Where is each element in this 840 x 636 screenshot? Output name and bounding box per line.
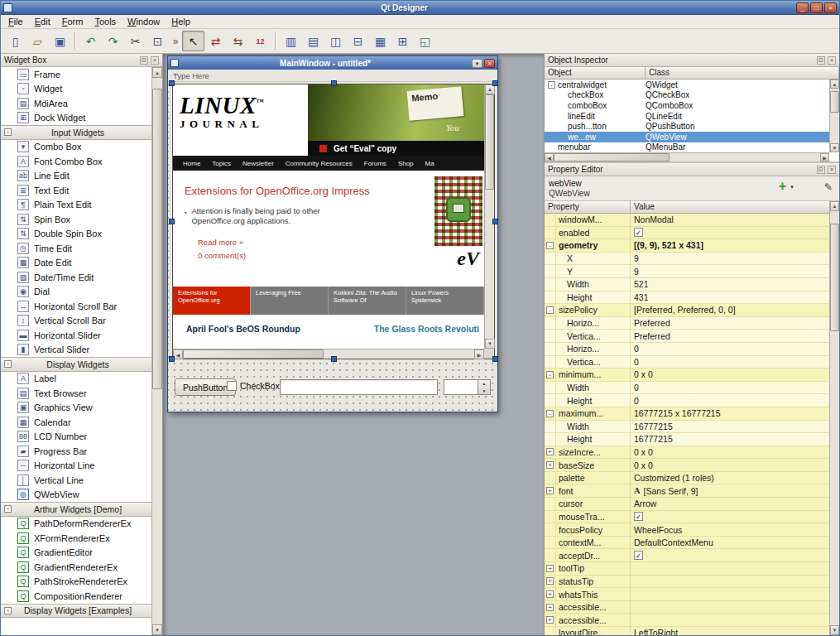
property-row-basesize[interactable]: +baseSize0 x 0 xyxy=(545,459,829,472)
property-value[interactable]: 16777215 xyxy=(631,421,829,433)
property-value[interactable]: 0 xyxy=(631,394,829,407)
teaser-leveraging-free[interactable]: Leveraging Free xyxy=(251,287,329,315)
close-button[interactable]: × xyxy=(824,2,837,13)
float-panel-icon[interactable]: ⊡ xyxy=(817,56,825,65)
form-close-button[interactable]: × xyxy=(484,59,495,68)
property-value[interactable]: 521 xyxy=(631,278,829,291)
scroll-down-icon[interactable]: ▼ xyxy=(830,625,839,635)
widget-category-arthur-widgets-demo[interactable]: -Arthur Widgets [Demo] xyxy=(1,502,151,517)
expander-icon[interactable]: - xyxy=(546,242,554,249)
toolbar-overflow-icon[interactable]: » xyxy=(169,31,182,51)
scroll-thumb[interactable] xyxy=(830,224,839,331)
category-collapse-icon[interactable]: - xyxy=(4,360,12,368)
column-value[interactable]: Value xyxy=(631,201,839,213)
property-row-accessible[interactable]: +accessible... xyxy=(545,614,829,627)
property-editor-header[interactable]: Property Editor ⊡ × xyxy=(545,163,839,176)
property-value[interactable]: ✓ xyxy=(631,511,829,523)
property-value[interactable]: 16777215 xyxy=(631,433,829,446)
widget-category-display-widgets-examples[interactable]: -Display Widgets [Examples] xyxy=(1,604,151,619)
property-value[interactable]: 431 xyxy=(631,292,829,304)
layout-grid-button[interactable]: ▦ xyxy=(369,31,391,51)
bottom-link-the-glass-roots-revoluti[interactable]: The Glass Roots Revoluti xyxy=(374,324,479,349)
menu-item-window[interactable]: Window xyxy=(122,16,166,27)
property-value[interactable]: 9 xyxy=(631,253,829,265)
column-class[interactable]: Class xyxy=(646,67,839,79)
spin-down-icon[interactable]: ▼ xyxy=(478,388,490,395)
checkbox-widget[interactable]: CheckBox xyxy=(227,381,280,391)
read-more-link[interactable]: Read more » xyxy=(198,238,243,247)
expander-icon[interactable]: + xyxy=(546,616,554,624)
webview-widget[interactable]: LINUX™ JOURNAL Memo You xyxy=(172,84,495,359)
checkbox-checked-icon[interactable]: ✓ xyxy=(634,512,643,521)
widget-item-date-time-edit[interactable]: ▧Date/Time Edit xyxy=(1,270,151,285)
selection-handle-top-left[interactable] xyxy=(169,80,175,86)
add-dynamic-property-button[interactable]: + xyxy=(779,179,786,194)
nav-forums[interactable]: Forums xyxy=(364,160,386,167)
property-row-acceptdr[interactable]: acceptDr...✓ xyxy=(545,549,829,562)
expander-icon[interactable]: + xyxy=(546,590,554,598)
widget-item-line-edit[interactable]: abLine Edit xyxy=(1,169,151,184)
widget-item-text-browser[interactable]: ▤Text Browser xyxy=(1,386,151,401)
property-row-minimum[interactable]: -minimum...0 x 0 xyxy=(545,369,829,382)
save-form-button[interactable]: ▣ xyxy=(49,31,71,51)
property-row-palette[interactable]: paletteCustomized (1 roles) xyxy=(545,472,829,485)
scroll-up-icon[interactable]: ▲ xyxy=(830,201,839,211)
comments-link[interactable]: 0 comment(s) xyxy=(198,251,246,260)
object-inspector-row[interactable]: lineEditQLineEdit xyxy=(545,111,829,122)
property-value[interactable]: 0 x 0 xyxy=(631,459,829,471)
teaser-kokkini-zita-the-audio-software-of[interactable]: Kokkini Zita: The Audio Software Of xyxy=(329,287,406,315)
property-value[interactable]: [(9, 9), 521 x 431] xyxy=(631,239,829,252)
property-value[interactable]: LeftToRight xyxy=(631,627,829,635)
spin-up-icon[interactable]: ▲ xyxy=(478,380,490,388)
column-property[interactable]: Property xyxy=(545,201,631,213)
property-value[interactable]: ✓ xyxy=(631,549,829,561)
selection-handle-bottom-right[interactable] xyxy=(492,356,498,362)
expander-icon[interactable]: + xyxy=(546,604,554,611)
form-window[interactable]: MainWindow - untitled* ▾ × Type Here LIN… xyxy=(167,55,498,412)
property-row-sizepolicy[interactable]: -sizePolicy[Preferred, Preferred, 0, 0] xyxy=(545,304,829,317)
property-row-contextm[interactable]: contextM...DefaultContextMenu xyxy=(545,537,829,550)
property-row-vertica[interactable]: Vertica...0 xyxy=(545,356,829,369)
property-value[interactable]: [Preferred, Preferred, 0, 0] xyxy=(631,304,829,316)
menu-item-form[interactable]: Form xyxy=(56,16,89,27)
combobox-arrows[interactable]: ▲ ▼ xyxy=(478,380,490,394)
form-shade-button[interactable]: ▾ xyxy=(472,59,482,68)
property-row-focuspolicy[interactable]: focusPolicyWheelFocus xyxy=(545,523,829,537)
category-collapse-icon[interactable]: - xyxy=(4,607,12,614)
scroll-up-icon[interactable]: ▲ xyxy=(830,80,839,89)
property-value[interactable]: 0 xyxy=(631,356,829,369)
minimize-button[interactable]: _ xyxy=(796,2,809,13)
expander-icon[interactable]: - xyxy=(546,306,554,314)
widget-item-mdiarea[interactable]: ▤MdiArea xyxy=(1,96,151,111)
teaser-extensions-for-openoffice-org[interactable]: Extensions for OpenOffice.org xyxy=(173,287,251,315)
selection-handle-bottom-center[interactable] xyxy=(331,356,337,362)
property-value[interactable]: DefaultContextMenu xyxy=(631,537,829,549)
property-editor-vertical-scrollbar[interactable]: ▲ ▼ xyxy=(829,201,839,635)
property-row-y[interactable]: Y9 xyxy=(545,265,829,278)
property-row-geometry[interactable]: -geometry[(9, 9), 521 x 431] xyxy=(545,239,829,253)
widget-item-time-edit[interactable]: ◷Time Edit xyxy=(1,241,151,256)
layout-vertical-splitter-button[interactable]: ⊟ xyxy=(347,31,369,51)
property-row-layoutdire[interactable]: layoutDire...LeftToRight xyxy=(545,627,829,635)
selection-handle-top-center[interactable] xyxy=(331,80,337,86)
scroll-down-icon[interactable]: ▼ xyxy=(830,143,839,152)
widget-item-horizontal-slider[interactable]: ▬Horizontal Slider xyxy=(1,328,151,343)
property-row-mousetra[interactable]: mouseTra...✓ xyxy=(545,511,829,524)
object-inspector-row[interactable]: checkBoxQCheckBox xyxy=(545,90,829,101)
close-panel-icon[interactable]: × xyxy=(151,56,159,65)
scroll-thumb[interactable] xyxy=(183,349,324,359)
configure-property-editor-icon[interactable]: ✎ xyxy=(824,181,833,193)
scroll-left-icon[interactable]: ◀ xyxy=(545,153,554,161)
selection-handle-middle-left[interactable] xyxy=(169,219,175,224)
property-row-accessible[interactable]: +accessible... xyxy=(545,601,829,614)
article-headline[interactable]: Extensions for OpenOffice.org Impress xyxy=(185,185,370,197)
widget-category-display-widgets[interactable]: -Display Widgets xyxy=(1,357,151,372)
property-row-height[interactable]: Height431 xyxy=(545,292,829,305)
widget-item-font-combo-box[interactable]: AFont Combo Box xyxy=(1,154,151,169)
property-value[interactable]: A[Sans Serif, 9] xyxy=(631,484,829,497)
widget-item-spin-box[interactable]: ⇅Spin Box xyxy=(1,212,151,227)
undo-button[interactable]: ↶ xyxy=(79,31,102,51)
nav-shop[interactable]: Shop xyxy=(398,160,414,167)
widget-item-horizontal-scroll-bar[interactable]: ↔Horizontal Scroll Bar xyxy=(1,299,151,314)
menu-item-help[interactable]: Help xyxy=(166,16,196,27)
